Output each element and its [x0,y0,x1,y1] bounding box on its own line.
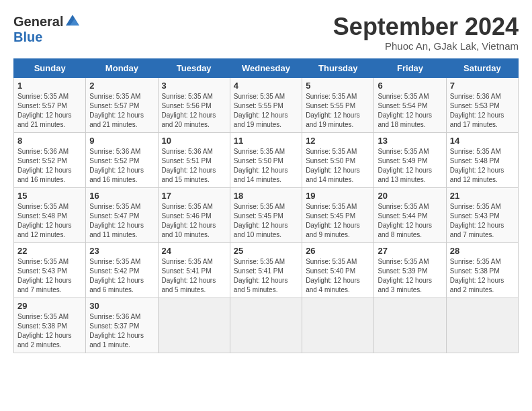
week-row-2: 8Sunrise: 5:36 AM Sunset: 5:52 PM Daylig… [14,132,519,187]
day-number: 11 [234,136,298,146]
header-monday: Monday [86,58,158,77]
calendar-cell: 1Sunrise: 5:35 AM Sunset: 5:57 PM Daylig… [14,77,86,132]
day-info: Sunrise: 5:35 AM Sunset: 5:54 PM Dayligh… [378,92,442,130]
calendar-cell: 30Sunrise: 5:36 AM Sunset: 5:37 PM Dayli… [86,298,158,353]
calendar-cell: 3Sunrise: 5:35 AM Sunset: 5:56 PM Daylig… [158,77,230,132]
calendar-cell: 29Sunrise: 5:35 AM Sunset: 5:38 PM Dayli… [14,298,86,353]
page-header: General Blue September 2024 Phuoc An, GJ… [13,13,519,52]
calendar-cell: 8Sunrise: 5:36 AM Sunset: 5:52 PM Daylig… [14,132,86,187]
day-number: 6 [378,81,442,91]
day-info: Sunrise: 5:36 AM Sunset: 5:53 PM Dayligh… [450,92,515,130]
day-number: 2 [89,81,154,91]
day-info: Sunrise: 5:35 AM Sunset: 5:41 PM Dayligh… [234,257,298,295]
day-number: 19 [306,191,370,201]
day-number: 3 [162,81,226,91]
day-number: 22 [17,246,82,256]
calendar-cell: 11Sunrise: 5:35 AM Sunset: 5:50 PM Dayli… [230,132,302,187]
day-number: 20 [378,191,442,201]
day-number: 30 [89,301,154,311]
day-info: Sunrise: 5:35 AM Sunset: 5:45 PM Dayligh… [306,202,370,240]
location-text: Phuoc An, GJak Lak, Vietnam [333,40,519,52]
calendar-cell: 12Sunrise: 5:35 AM Sunset: 5:50 PM Dayli… [302,132,374,187]
calendar-header-row: SundayMondayTuesdayWednesdayThursdayFrid… [14,58,519,77]
day-info: Sunrise: 5:35 AM Sunset: 5:49 PM Dayligh… [378,147,442,185]
day-number: 12 [306,136,370,146]
day-info: Sunrise: 5:35 AM Sunset: 5:44 PM Dayligh… [378,202,442,240]
week-row-4: 22Sunrise: 5:35 AM Sunset: 5:43 PM Dayli… [14,242,519,298]
calendar-cell: 22Sunrise: 5:35 AM Sunset: 5:43 PM Dayli… [14,242,86,298]
header-sunday: Sunday [14,58,86,77]
day-number: 15 [17,191,82,201]
calendar-cell [302,298,374,353]
day-info: Sunrise: 5:35 AM Sunset: 5:43 PM Dayligh… [17,257,82,295]
calendar-cell: 25Sunrise: 5:35 AM Sunset: 5:41 PM Dayli… [230,242,302,298]
calendar-cell: 14Sunrise: 5:35 AM Sunset: 5:48 PM Dayli… [446,132,518,187]
week-row-1: 1Sunrise: 5:35 AM Sunset: 5:57 PM Daylig… [14,77,519,132]
day-info: Sunrise: 5:35 AM Sunset: 5:40 PM Dayligh… [306,257,370,295]
week-row-5: 29Sunrise: 5:35 AM Sunset: 5:38 PM Dayli… [14,298,519,353]
day-number: 13 [378,136,442,146]
day-info: Sunrise: 5:35 AM Sunset: 5:47 PM Dayligh… [89,202,154,240]
day-number: 10 [162,136,226,146]
calendar-cell: 19Sunrise: 5:35 AM Sunset: 5:45 PM Dayli… [302,187,374,242]
day-info: Sunrise: 5:35 AM Sunset: 5:46 PM Dayligh… [162,202,226,240]
logo-icon [64,13,81,30]
calendar-cell: 16Sunrise: 5:35 AM Sunset: 5:47 PM Dayli… [86,187,158,242]
header-thursday: Thursday [302,58,374,77]
calendar-cell: 13Sunrise: 5:35 AM Sunset: 5:49 PM Dayli… [374,132,446,187]
calendar-cell: 17Sunrise: 5:35 AM Sunset: 5:46 PM Dayli… [158,187,230,242]
day-info: Sunrise: 5:35 AM Sunset: 5:50 PM Dayligh… [306,147,370,185]
day-number: 23 [89,246,154,256]
title-block: September 2024 Phuoc An, GJak Lak, Vietn… [333,13,519,52]
calendar-cell: 10Sunrise: 5:36 AM Sunset: 5:51 PM Dayli… [158,132,230,187]
calendar-cell [446,298,518,353]
month-title: September 2024 [333,13,519,40]
day-number: 9 [89,136,154,146]
day-number: 7 [450,81,515,91]
day-info: Sunrise: 5:35 AM Sunset: 5:55 PM Dayligh… [306,92,370,130]
day-info: Sunrise: 5:35 AM Sunset: 5:50 PM Dayligh… [234,147,298,185]
calendar-cell: 18Sunrise: 5:35 AM Sunset: 5:45 PM Dayli… [230,187,302,242]
calendar-cell: 21Sunrise: 5:35 AM Sunset: 5:43 PM Dayli… [446,187,518,242]
header-friday: Friday [374,58,446,77]
calendar-cell: 4Sunrise: 5:35 AM Sunset: 5:55 PM Daylig… [230,77,302,132]
day-number: 29 [17,301,82,311]
day-info: Sunrise: 5:35 AM Sunset: 5:39 PM Dayligh… [378,257,442,295]
day-info: Sunrise: 5:35 AM Sunset: 5:45 PM Dayligh… [234,202,298,240]
week-row-3: 15Sunrise: 5:35 AM Sunset: 5:48 PM Dayli… [14,187,519,242]
day-number: 5 [306,81,370,91]
header-saturday: Saturday [446,58,518,77]
calendar-table: SundayMondayTuesdayWednesdayThursdayFrid… [13,58,519,353]
calendar-cell [374,298,446,353]
header-tuesday: Tuesday [158,58,230,77]
day-info: Sunrise: 5:35 AM Sunset: 5:57 PM Dayligh… [17,92,82,130]
calendar-cell: 15Sunrise: 5:35 AM Sunset: 5:48 PM Dayli… [14,187,86,242]
calendar-cell: 28Sunrise: 5:35 AM Sunset: 5:38 PM Dayli… [446,242,518,298]
calendar-cell: 27Sunrise: 5:35 AM Sunset: 5:39 PM Dayli… [374,242,446,298]
calendar-cell: 9Sunrise: 5:36 AM Sunset: 5:52 PM Daylig… [86,132,158,187]
day-info: Sunrise: 5:35 AM Sunset: 5:56 PM Dayligh… [162,92,226,130]
logo-general-text: General [13,14,63,30]
calendar-cell: 26Sunrise: 5:35 AM Sunset: 5:40 PM Dayli… [302,242,374,298]
calendar-cell: 5Sunrise: 5:35 AM Sunset: 5:55 PM Daylig… [302,77,374,132]
calendar-cell: 7Sunrise: 5:36 AM Sunset: 5:53 PM Daylig… [446,77,518,132]
day-number: 18 [234,191,298,201]
day-info: Sunrise: 5:36 AM Sunset: 5:37 PM Dayligh… [89,312,154,350]
logo: General Blue [13,13,81,45]
day-info: Sunrise: 5:35 AM Sunset: 5:38 PM Dayligh… [17,312,82,350]
day-number: 24 [162,246,226,256]
day-info: Sunrise: 5:35 AM Sunset: 5:41 PM Dayligh… [162,257,226,295]
logo-blue-text: Blue [13,30,42,45]
day-number: 8 [17,136,82,146]
day-info: Sunrise: 5:36 AM Sunset: 5:51 PM Dayligh… [162,147,226,185]
day-info: Sunrise: 5:35 AM Sunset: 5:55 PM Dayligh… [234,92,298,130]
day-info: Sunrise: 5:35 AM Sunset: 5:48 PM Dayligh… [450,147,515,185]
day-info: Sunrise: 5:36 AM Sunset: 5:52 PM Dayligh… [89,147,154,185]
day-number: 16 [89,191,154,201]
calendar-cell: 6Sunrise: 5:35 AM Sunset: 5:54 PM Daylig… [374,77,446,132]
day-info: Sunrise: 5:35 AM Sunset: 5:57 PM Dayligh… [89,92,154,130]
calendar-cell [158,298,230,353]
day-number: 25 [234,246,298,256]
day-number: 26 [306,246,370,256]
day-info: Sunrise: 5:35 AM Sunset: 5:43 PM Dayligh… [450,202,515,240]
